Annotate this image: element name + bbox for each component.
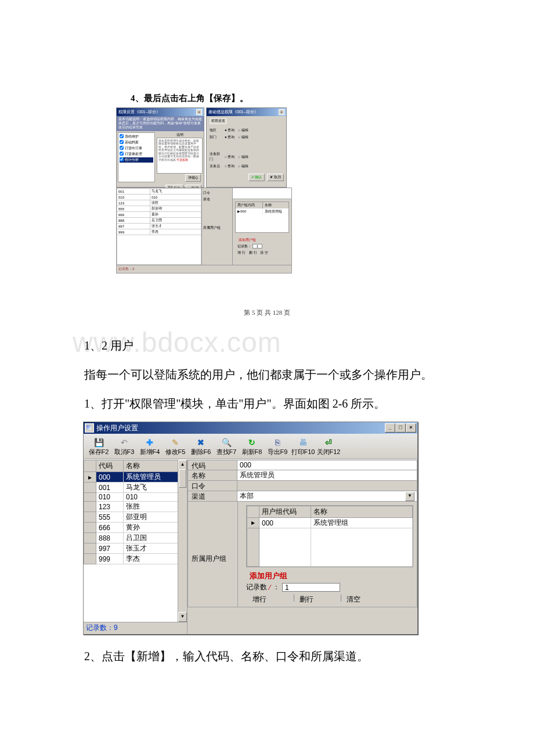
cancel-button[interactable]: ✘ 取消: [267, 174, 284, 181]
table-row[interactable]: 001马龙飞: [84, 483, 178, 493]
vertical-scrollbar[interactable]: ▲ ▼: [178, 460, 187, 622]
mini-footer: 记录数：9: [116, 265, 292, 273]
field-password[interactable]: [237, 481, 417, 491]
table-row[interactable]: 010010: [84, 493, 178, 502]
user-table[interactable]: 代码 名称 000系统管理员001马龙飞010010123张胜555邵亚明666…: [84, 460, 178, 564]
perm-window: 权限设置《001--部分》 × 基本功能说明：请选择相应权限内容，确保更改为使能…: [116, 107, 204, 188]
toolbar-icon: ↻: [239, 437, 265, 448]
table-row[interactable]: 999李杰: [84, 554, 178, 564]
close-button[interactable]: ×: [406, 423, 416, 433]
detail-button[interactable]: 详细Q: [185, 174, 201, 182]
mini-group-panel: 用户组代码名称 ▶000系统管理组 添加用户组 记录数： 1 增行 删行 清空: [233, 188, 292, 265]
table-row[interactable]: 000系统管理员: [84, 472, 178, 483]
scroll-down-icon[interactable]: ▼: [178, 612, 187, 622]
close-icon[interactable]: ×: [279, 109, 284, 115]
user-list-panel: 代码 名称 000系统管理员001马龙飞010010123张胜555邵亚明666…: [84, 460, 187, 634]
col-name[interactable]: 名称: [124, 460, 178, 472]
paragraph: 2、点击【新增】，输入代码、名称、口令和所属渠道。: [84, 645, 450, 667]
tb-cancel[interactable]: ↶取消F3: [111, 437, 137, 456]
toolbar-icon: ⏎: [316, 437, 341, 448]
toolbar-label: 新增F4: [137, 448, 163, 456]
clear-button[interactable]: 清空: [342, 595, 365, 604]
tb-delete[interactable]: ✖删除F6: [188, 437, 214, 456]
table-row[interactable]: 123张胜: [84, 502, 178, 512]
toolbar-icon: 🖶: [290, 437, 316, 448]
tb-save[interactable]: 💾保存F2: [86, 437, 111, 456]
toolbar-icon: ✚: [137, 437, 163, 448]
table-row[interactable]: 666黄孙: [84, 523, 178, 533]
tb-export[interactable]: ⎘导出F9: [265, 437, 290, 456]
screenshot-top: 权限设置《001--部分》 × 基本功能说明：请选择相应权限内容，确保更改为使能…: [116, 107, 292, 273]
baseinfo-title: 基础信息权限《001--部分》: [208, 109, 258, 115]
usergroup-table[interactable]: 用户组代码 名称 ▶ 000 系统管理组: [246, 505, 413, 567]
toolbar-label: 修改F5: [163, 448, 188, 456]
maximize-button[interactable]: □: [395, 423, 406, 433]
tb-edit[interactable]: ✎修改F5: [163, 437, 188, 456]
toolbar-icon: ⎘: [265, 437, 290, 448]
col-code[interactable]: 代码: [96, 460, 124, 472]
toolbar-label: 查找F7: [214, 448, 239, 456]
toolbar-icon: 💾: [86, 437, 111, 448]
toolbar-icon: ↶: [111, 437, 137, 448]
field-code[interactable]: 000: [237, 460, 417, 470]
record-count-groups: 记录数⁄： 1: [246, 582, 413, 592]
table-row[interactable]: 997张玉才: [84, 543, 178, 554]
scroll-up-icon[interactable]: ▲: [178, 460, 187, 470]
label-name: 名称: [187, 470, 237, 481]
tb-new[interactable]: ✚新增F4: [137, 437, 163, 456]
detail-panel: 代码 000 名称 系统管理员 口令 渠道 本部 ▼: [187, 460, 417, 634]
toolbar-label: 保存F2: [86, 448, 111, 456]
toolbar-label: 导出F9: [265, 448, 290, 456]
tb-print[interactable]: 🖶打印F10: [290, 437, 316, 456]
perm-intro: 基本功能说明：请选择相应权限内容，确保更改为使能状态后，真正可控的功能为列，再由…: [117, 116, 204, 131]
label-password: 口令: [187, 481, 237, 491]
table-row[interactable]: 555邵亚明: [84, 512, 178, 523]
close-icon[interactable]: ×: [196, 109, 202, 115]
label-code: 代码: [187, 460, 237, 470]
tb-refresh[interactable]: ↻刷新F8: [239, 437, 265, 456]
table-row[interactable]: 888吕卫国: [84, 533, 178, 543]
field-channel[interactable]: 本部 ▼: [237, 491, 417, 502]
window-icon: [85, 423, 94, 433]
caption-save: 4、最后点击右上角【保存】。: [131, 93, 450, 104]
toolbar-icon: ✖: [188, 437, 214, 448]
page-number: 第 5 页 共 128 页: [84, 308, 450, 317]
tb-find[interactable]: 🔍查找F7: [214, 437, 239, 456]
section-title: 1、2 用户: [84, 334, 450, 357]
col-group-code[interactable]: 用户组代码: [259, 506, 311, 518]
tb-close[interactable]: ⏎关闭F12: [316, 437, 341, 456]
add-usergroup-label: 添加用户组: [250, 571, 413, 581]
toolbar-label: 打印F10: [290, 448, 316, 456]
mini-form-labels: 口令 渠道 所属用户组: [202, 188, 233, 265]
baseinfo-window: 基础信息权限《001--部分》 × 权限设置 地区● 查询○ 编辑 部门● 查询…: [206, 107, 287, 188]
add-group-label: 添加用户组: [239, 237, 291, 243]
label-user-groups: 所属用户组: [188, 502, 238, 607]
minimize-button[interactable]: _: [385, 423, 395, 433]
label-channel: 渠道: [187, 491, 237, 502]
ok-button[interactable]: ✔ 确认: [248, 174, 265, 181]
table-row[interactable]: ▶ 000 系统管理组: [247, 518, 413, 528]
paragraph: 指每一个可以登陆系统的用户，他们都隶属于一个或多个操作用户。: [84, 363, 450, 386]
field-name[interactable]: 系统管理员: [237, 470, 417, 481]
desc-text: 基本系统管理生成业务的，如权限设置管理财务信息设置用户组，用户管理，配置目录产品…: [157, 138, 203, 174]
perm-title: 权限设置《001--部分》: [118, 109, 160, 115]
toolbar: 💾保存F2↶取消F3✚新增F4✎修改F5✖删除F6🔍查找F7↻刷新F8⎘导出F9…: [84, 434, 417, 459]
add-row-button[interactable]: 增行: [248, 595, 270, 604]
desc-label: 说明: [157, 132, 203, 138]
toolbar-icon: 🔍: [214, 437, 239, 448]
del-row-button[interactable]: 删行: [295, 595, 317, 604]
paragraph: 1、打开"权限管理"模块，单击"用户"。界面如图 2-6 所示。: [84, 393, 450, 415]
title-bar: 操作用户设置 _ □ ×: [84, 422, 417, 434]
toolbar-icon: ✎: [163, 437, 188, 448]
row-action-buttons[interactable]: 增行 删行 清空: [248, 595, 413, 604]
dropdown-arrow-icon[interactable]: ▼: [405, 492, 414, 501]
perm-checklist[interactable]: 系统维护 基础档案 订货出订单 订货单处理 统计分析: [118, 132, 155, 182]
scroll-thumb[interactable]: [179, 469, 186, 488]
record-count-value: 1: [282, 583, 340, 592]
mini-user-list: 001马龙飞 010010 123张胜 555邵亚明 666黄孙 888吕卫国 …: [116, 188, 202, 265]
toolbar-label: 删除F6: [188, 448, 214, 456]
window-title: 操作用户设置: [96, 423, 138, 433]
record-count-left: 记录数：9: [84, 622, 187, 634]
col-group-name[interactable]: 名称: [311, 506, 413, 518]
user-settings-window: 操作用户设置 _ □ × 💾保存F2↶取消F3✚新增F4✎修改F5✖删除F6🔍查…: [83, 422, 418, 635]
